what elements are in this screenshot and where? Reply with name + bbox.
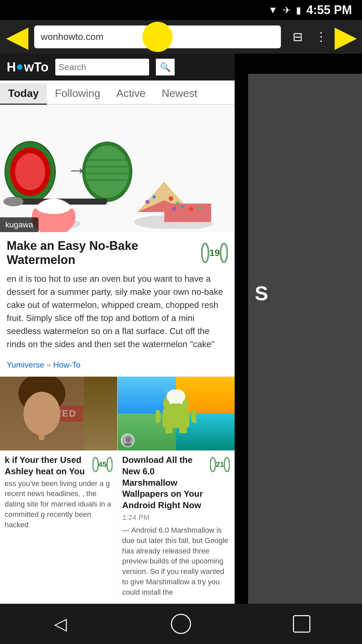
bottom-nav: ◁ (0, 604, 362, 644)
svg-rect-44 (165, 426, 173, 433)
airplane-icon: ✈ (283, 5, 291, 16)
android-article-title: Download All the New 6.0 Marshmallow Wal… (122, 454, 207, 511)
svg-point-27 (198, 206, 201, 210)
tabs-icon[interactable]: ⊟ (288, 30, 308, 44)
svg-point-50 (210, 458, 216, 472)
recents-button[interactable] (282, 610, 322, 637)
nav-tabs: Today Following Active Newest (0, 80, 235, 105)
right-panel: S (248, 74, 362, 644)
articles-grid: OSTED ▶ k if Your ther Us (0, 377, 235, 603)
tab-active[interactable]: Active (108, 83, 154, 105)
svg-point-51 (224, 458, 230, 472)
breadcrumb-sub[interactable]: How-To (53, 360, 80, 369)
back-icon: ◁ (54, 614, 67, 634)
main-article: Make an Easy No-Bake Watermelon 19 en it… (0, 232, 235, 377)
breadcrumb-sep: » (47, 360, 53, 369)
status-bar: ▼ ✈ ▮ 4:55 PM (0, 0, 362, 20)
url-circle-decoration (142, 22, 173, 52)
svg-point-28 (202, 244, 208, 262)
right-panel-letter: S (255, 282, 355, 305)
tab-today[interactable]: Today (0, 83, 47, 105)
status-icons: ▼ ✈ ▮ 4:55 PM (268, 3, 352, 17)
ashley-article-image: OSTED ▶ (0, 377, 117, 450)
svg-point-35 (107, 458, 112, 472)
ashley-illustration (0, 377, 84, 450)
vote-badge-main: 19 (201, 239, 228, 266)
home-button[interactable] (161, 610, 201, 637)
svg-point-16 (37, 202, 70, 214)
grid-article-ashley: OSTED ▶ k if Your ther Us (0, 377, 118, 603)
website-area: H wTo 🔍 Today Following Active Newest (0, 54, 235, 641)
article-title: Make an Easy No-Bake Watermelon (7, 239, 196, 267)
author-badge: kugawa (0, 217, 39, 232)
url-text: wonhowto.com (41, 32, 104, 42)
android-article-time: 1:24 PM (118, 511, 235, 524)
tab-following[interactable]: Following (47, 83, 108, 105)
url-bar[interactable]: wonhowto.com (34, 25, 281, 48)
ashley-vote-number: 45 (98, 460, 106, 469)
svg-rect-42 (156, 410, 161, 423)
svg-point-29 (221, 244, 227, 262)
vote-number-main: 19 (209, 248, 220, 258)
article-title-row: Make an Easy No-Bake Watermelon 19 (0, 232, 235, 267)
svg-point-34 (93, 458, 98, 472)
svg-rect-23 (164, 204, 211, 222)
android-article-title-row: Download All the New 6.0 Marshmallow Wal… (118, 450, 235, 511)
logo-dot-icon (17, 64, 22, 70)
home-icon (171, 614, 191, 634)
ashley-article-excerpt: ess you've been living under a g recent … (0, 477, 117, 536)
browser-chrome: ◀ wonhowto.com ⊟ ⋮ ▶ (0, 20, 362, 54)
breadcrumb-link[interactable]: Yumiverse (7, 360, 44, 369)
article-breadcrumb: Yumiverse » How-To (0, 356, 235, 377)
menu-icon[interactable]: ⋮ (314, 30, 328, 44)
svg-rect-43 (191, 410, 196, 423)
svg-point-7 (85, 146, 129, 198)
svg-rect-45 (179, 426, 187, 433)
search-input[interactable] (55, 59, 149, 75)
svg-point-18 (145, 200, 149, 204)
tab-newest[interactable]: Newest (154, 83, 205, 105)
search-button[interactable]: 🔍 (156, 59, 175, 75)
article-excerpt: en it is too hot to use an oven but you … (0, 267, 235, 356)
android-article-image (118, 377, 235, 450)
svg-point-26 (189, 207, 193, 212)
android-vote-badge: 21 (210, 454, 230, 475)
android-avatar (121, 434, 134, 447)
grid-article-android: Download All the New 6.0 Marshmallow Wal… (118, 377, 235, 603)
site-logo: H wTo (7, 60, 49, 74)
android-article-excerpt: — Android 6.0 Marshmallow is due out lat… (118, 524, 235, 603)
forward-arrow-icon[interactable]: ▶ (335, 21, 355, 53)
site-header: H wTo 🔍 (0, 54, 235, 80)
svg-point-46 (167, 390, 185, 404)
ashley-vote-badge: 45 (93, 454, 113, 475)
android-mascot-svg (156, 390, 196, 433)
wifi-icon: ▼ (268, 5, 278, 15)
watermelon-illustration: → (0, 105, 235, 232)
search-input-wrap (55, 59, 149, 75)
battery-icon: ▮ (296, 5, 301, 16)
back-button[interactable]: ◁ (40, 610, 80, 637)
ashley-article-title-row: k if Your ther Used Ashley heat on You 4… (0, 450, 117, 477)
main-article-image: → (0, 105, 235, 232)
back-arrow-icon[interactable]: ◀ (7, 21, 27, 53)
android-vote-number: 21 (216, 460, 224, 469)
svg-point-13 (3, 197, 23, 206)
svg-point-20 (169, 196, 173, 201)
svg-point-48 (126, 437, 131, 442)
svg-rect-33 (39, 422, 45, 440)
logo-h: H (7, 60, 16, 74)
svg-point-24 (172, 207, 176, 211)
logo-text: wTo (24, 60, 48, 74)
ashley-article-title: k if Your ther Used Ashley heat on You (5, 454, 90, 477)
status-time: 4:55 PM (306, 3, 352, 17)
recents-icon (293, 615, 310, 633)
svg-point-3 (15, 153, 45, 190)
svg-point-25 (181, 205, 184, 209)
main-layout: H wTo 🔍 Today Following Active Newest (0, 54, 362, 641)
svg-point-19 (153, 195, 156, 199)
